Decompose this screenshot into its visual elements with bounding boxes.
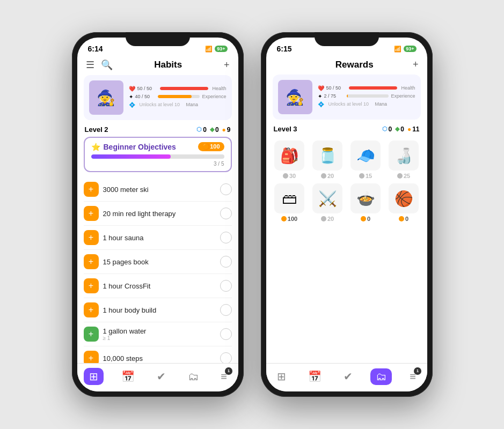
health-nums-2: 50 / 50 <box>326 85 347 91</box>
tab-menu-2[interactable]: ≡ 1 <box>405 368 420 385</box>
currency-orange-1: ● 9 <box>222 126 231 134</box>
reward-cost-6: 20 <box>321 216 334 222</box>
screen-2: 6:15 📶 93+ Rewards + 🧙 ❤️ 50 / 50 <box>266 38 427 391</box>
reward-icon-8: 🏀 <box>389 183 419 213</box>
habit-add-btn-1[interactable]: + <box>84 182 99 197</box>
reward-item-1[interactable]: 🎒 30 <box>273 140 306 179</box>
list-item: + 1 gallon water ≥ 1 <box>84 322 232 346</box>
tab-bar-1: ⊞ 📅 ✔ 🗂 ≡ 1 <box>77 363 238 391</box>
objectives-card-1: ⭐ Beginner Objectives 🟠100 3 / 5 <box>84 137 232 172</box>
habit-add-btn-2[interactable]: + <box>84 206 99 221</box>
reward-icon-3: 🧢 <box>350 140 381 171</box>
cost-val-5: 100 <box>288 216 297 222</box>
tab-bar-2: ⊞ 📅 ✔ 🗂 ≡ 1 <box>266 363 427 391</box>
objectives-progress-bar-1 <box>91 154 224 159</box>
reward-item-2[interactable]: 🫙 20 <box>311 140 345 179</box>
exp-label-1: Experience <box>202 94 226 99</box>
orange-icon-2: ● <box>407 125 411 133</box>
tab-menu-1[interactable]: ≡ 1 <box>216 368 231 385</box>
tab-check-1[interactable]: ✔ <box>152 368 170 385</box>
cost-dot-4 <box>397 173 403 179</box>
health-label-2: Health <box>399 85 415 91</box>
tab-check-icon-2: ✔ <box>344 370 353 383</box>
blue-val-2: 0 <box>389 125 392 133</box>
cost-val-7: 0 <box>367 216 370 222</box>
reward-cost-3: 15 <box>359 173 372 179</box>
exp-bar-1 <box>158 95 192 98</box>
search-icon-1[interactable]: 🔍 <box>101 59 113 71</box>
exp-nums-1: 40 / 50 <box>135 94 156 99</box>
tab-badge-1: 1 <box>225 367 232 375</box>
star-icon-1: ⭐ <box>91 143 100 151</box>
tab-badge-2: 1 <box>414 367 421 375</box>
tab-calendar-1[interactable]: 📅 <box>117 368 139 385</box>
tab-rewards-icon-2: 🗂 <box>376 371 386 383</box>
exp-label-2: Experience <box>391 93 415 99</box>
habit-add-btn-6[interactable]: + <box>84 302 99 317</box>
reward-cost-1: 30 <box>283 173 296 179</box>
phone-1: 6:14 📶 93+ ☰ 🔍 Habits + 🧙 <box>72 32 244 397</box>
tab-habits-icon: ⊞ <box>89 370 98 383</box>
stats-2: ❤️ 50 / 50 Health ✦ 2 / 75 Experienc <box>318 85 415 109</box>
mana-row-1: 💠 Unlocks at level 10 Mana <box>129 102 227 108</box>
mana-row-2: 💠 Unlocks at level 10 Mana <box>318 101 415 107</box>
habit-check-5[interactable] <box>220 280 232 292</box>
habit-check-8[interactable] <box>220 352 232 363</box>
tab-rewards-2[interactable]: 🗂 <box>370 368 392 385</box>
reward-cost-7: 0 <box>361 216 370 222</box>
spacer-2 <box>266 226 427 363</box>
add-icon-2[interactable]: + <box>413 59 419 70</box>
health-row-2: ❤️ 50 / 50 Health <box>318 85 415 91</box>
habit-check-7[interactable] <box>220 328 232 340</box>
blue-icon-2: ⬡ <box>382 125 388 132</box>
habit-add-btn-8[interactable]: + <box>84 351 99 363</box>
status-time-2: 6:15 <box>277 45 292 53</box>
health-row-1: ❤️ 50 / 50 Health <box>129 86 227 92</box>
list-item: + 1 hour body build <box>84 298 232 322</box>
tab-habits-2[interactable]: ⊞ <box>273 368 290 385</box>
top-nav-2: Rewards + <box>266 57 427 75</box>
reward-icon-5: 🗃 <box>274 183 304 213</box>
exp-icon-2: ✦ <box>318 93 322 99</box>
tab-calendar-icon-1: 📅 <box>121 370 135 383</box>
cost-dot-2 <box>321 173 326 179</box>
habit-add-btn-7[interactable]: + <box>84 327 99 342</box>
reward-item-8[interactable]: 🏀 0 <box>387 183 421 222</box>
blue-icon-1: ⬡ <box>196 126 202 133</box>
reward-icon-4: 🍶 <box>389 140 419 171</box>
reward-item-7[interactable]: 🍲 0 <box>349 183 383 222</box>
menu-icon-1[interactable]: ☰ <box>86 59 94 71</box>
habit-check-1[interactable] <box>220 183 232 195</box>
tab-check-icon-1: ✔ <box>157 370 166 383</box>
exp-bar-wrap-2 <box>347 94 389 98</box>
currency-blue-2: ⬡ 0 <box>382 125 392 133</box>
habit-check-2[interactable] <box>220 208 232 219</box>
habit-add-btn-4[interactable]: + <box>84 254 99 269</box>
habit-check-3[interactable] <box>220 232 232 243</box>
rewards-title: Rewards <box>335 60 374 70</box>
habit-add-btn-5[interactable]: + <box>84 278 99 293</box>
tab-habits[interactable]: ⊞ <box>84 368 104 385</box>
health-label-1: Health <box>210 86 227 91</box>
health-bar-wrap-2 <box>349 86 397 90</box>
habit-label-6: 1 hour body build <box>103 306 216 314</box>
tab-check-2[interactable]: ✔ <box>339 368 357 385</box>
stats-1: ❤️ 50 / 50 Health ✦ 40 / 50 Experien <box>129 86 227 110</box>
health-nums-1: 50 / 50 <box>137 86 158 91</box>
reward-item-6[interactable]: ⚔️ 20 <box>311 183 345 222</box>
add-icon-1[interactable]: + <box>224 60 230 71</box>
reward-item-3[interactable]: 🧢 15 <box>349 140 383 179</box>
habit-sub-7: ≥ 1 <box>103 335 216 341</box>
habit-check-4[interactable] <box>220 256 232 268</box>
cost-dot-1 <box>283 173 288 179</box>
habit-label-7: 1 gallon water <box>103 327 216 335</box>
reward-item-4[interactable]: 🍶 25 <box>387 140 421 179</box>
habit-add-btn-3[interactable]: + <box>84 230 99 245</box>
cost-dot-5 <box>281 216 287 221</box>
tab-rewards-tab-1[interactable]: 🗂 <box>184 368 203 385</box>
habit-list-1[interactable]: + 3000 meter ski + 20 min red light ther… <box>77 177 238 363</box>
tab-calendar-2[interactable]: 📅 <box>304 368 326 385</box>
green-val-1: 0 <box>215 126 219 134</box>
reward-item-5[interactable]: 🗃 100 <box>273 183 306 222</box>
habit-check-6[interactable] <box>220 304 232 316</box>
